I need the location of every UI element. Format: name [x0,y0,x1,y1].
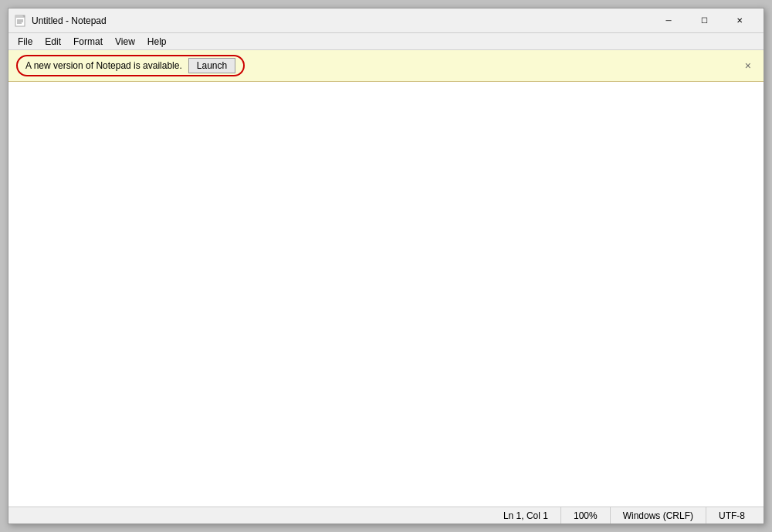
maximize-icon: ☐ [701,17,708,25]
menu-file[interactable]: File [12,35,39,49]
status-line-ending: Windows (CRLF) [610,507,706,524]
menu-help[interactable]: Help [141,35,173,49]
status-zoom: 100% [560,507,610,524]
text-editor[interactable] [8,82,764,507]
app-icon [15,15,27,27]
maximize-button[interactable]: ☐ [686,8,722,33]
close-icon: ✕ [736,17,743,25]
menu-edit[interactable]: Edit [39,35,67,49]
notification-bar: A new version of Notepad is available. L… [8,50,764,82]
minimize-icon: ─ [665,17,671,25]
launch-button[interactable]: Launch [188,58,235,73]
menu-view[interactable]: View [109,35,141,49]
minimize-button[interactable]: ─ [651,8,686,33]
notepad-window: Untitled - Notepad ─ ☐ ✕ File Edit Forma… [8,8,764,524]
window-controls: ─ ☐ ✕ [651,8,757,33]
notification-message: A new version of Notepad is available. [25,60,182,71]
menubar: File Edit Format View Help [8,33,764,50]
titlebar: Untitled - Notepad ─ ☐ ✕ [8,8,764,33]
close-button[interactable]: ✕ [722,8,757,33]
notification-content: A new version of Notepad is available. L… [16,55,245,76]
window-title: Untitled - Notepad [32,15,651,26]
notification-close-button[interactable]: × [740,58,756,73]
status-encoding: UTF-8 [706,507,757,524]
status-position: Ln 1, Col 1 [491,507,560,524]
menu-format[interactable]: Format [67,35,109,49]
statusbar: Ln 1, Col 1 100% Windows (CRLF) UTF-8 [8,507,764,524]
